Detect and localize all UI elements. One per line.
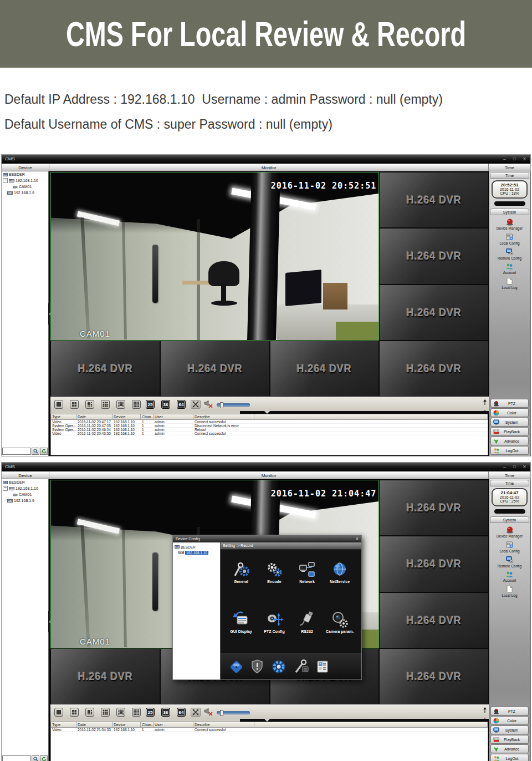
encode-settings-button[interactable]: Encode (258, 561, 290, 584)
layout-25-button[interactable]: 25 (146, 400, 155, 409)
layout-25-button[interactable]: 25 (146, 708, 155, 717)
remote-config-button[interactable]: Remote Config (489, 248, 530, 260)
layout-4-button[interactable] (70, 708, 79, 717)
layout-36-button[interactable]: 36 (161, 400, 170, 409)
layout-1-button[interactable] (54, 400, 63, 409)
network-settings-button[interactable]: Network (291, 561, 323, 584)
dialog-close-button[interactable]: X (356, 535, 359, 542)
local-log-button[interactable]: Local Log (489, 277, 530, 290)
collapse-minus-icon[interactable] (3, 486, 8, 491)
layout-6-button[interactable] (85, 708, 94, 717)
logout-button[interactable]: LogOut (490, 754, 529, 761)
advance-button[interactable]: Advance (490, 437, 529, 445)
volume-slider-thumb[interactable] (220, 710, 223, 716)
local-config-button[interactable]: Local Config (489, 233, 530, 245)
system-info-icon[interactable] (315, 659, 330, 674)
tree-item-root[interactable]: BESDER (2, 171, 48, 177)
logout-button[interactable]: LogOut (490, 446, 529, 455)
tree-item-device2[interactable]: 192.168.1.9 (2, 498, 48, 504)
close-button[interactable]: X (521, 155, 528, 164)
playback-button[interactable]: PlayBack (490, 735, 529, 744)
mute-button[interactable] (203, 707, 213, 718)
scroll-up-icon[interactable] (482, 707, 488, 713)
playback-button[interactable]: PlayBack (490, 427, 529, 436)
layout-16-button[interactable] (132, 400, 141, 409)
log-row[interactable]: System Oper...2016-11-02 20:46:04192.168… (51, 428, 488, 432)
system-button[interactable]: System (490, 726, 529, 734)
scroll-up-icon[interactable] (482, 399, 488, 405)
search-button[interactable] (32, 755, 39, 761)
device-search-input[interactable] (2, 448, 31, 455)
volume-slider[interactable] (217, 711, 250, 714)
search-button[interactable] (32, 448, 39, 455)
log-row[interactable]: Video2016-11-02 20:47:17192.168.1.101adm… (51, 420, 488, 424)
collapse-minus-icon[interactable] (3, 178, 8, 183)
layout-64-button[interactable]: 64 (177, 400, 186, 409)
video-tile[interactable]: H.264 DVR (379, 341, 489, 397)
device-manager-button[interactable]: Device Manager (489, 218, 530, 230)
ptz-config-settings-button[interactable]: PTZ Config (258, 611, 290, 633)
settings-gear-active-icon[interactable] (269, 658, 288, 675)
maximize-button[interactable]: □ (511, 155, 518, 164)
layout-13-button[interactable] (116, 400, 125, 409)
mute-button[interactable] (203, 399, 213, 410)
netservice-settings-button[interactable]: NetService (324, 561, 356, 584)
video-tile[interactable]: H.264 DVR (270, 341, 380, 397)
fullscreen-button[interactable] (191, 400, 201, 409)
ptz-button[interactable]: PTZ (490, 707, 529, 716)
color-button[interactable]: Color (490, 716, 529, 725)
maximize-button[interactable]: □ (511, 463, 518, 471)
video-tile[interactable]: H.264 DVR (379, 285, 489, 341)
log-row[interactable]: Video2016-11-02 20:43:50192.168.1.101adm… (51, 432, 488, 435)
security-shield-icon[interactable] (250, 659, 264, 674)
tree-item-device2[interactable]: 192.168.1.9 (2, 190, 48, 196)
video-tile[interactable]: H.264 DVR (50, 341, 160, 397)
system-button[interactable]: System (490, 418, 529, 427)
rs232-settings-button[interactable]: RS232 (291, 611, 323, 633)
video-tile[interactable]: H.264 DVR (379, 172, 489, 228)
tree-item-root[interactable]: BESDER (2, 479, 48, 485)
video-tile[interactable]: H.264 DVR (379, 648, 489, 704)
video-tile[interactable]: H.264 DVR (379, 592, 489, 648)
video-tile[interactable]: H.264 DVR (50, 648, 160, 704)
remote-config-button[interactable]: Remote Config (489, 556, 530, 568)
video-tile[interactable]: H.264 DVR (379, 228, 489, 284)
device-search-input[interactable] (2, 755, 31, 761)
dialog-tree-root[interactable]: BESDER (173, 544, 220, 550)
refresh-button[interactable] (40, 448, 48, 455)
advanced-tools-icon[interactable] (293, 659, 310, 674)
layout-4-button[interactable] (70, 400, 79, 409)
local-log-button[interactable]: Local Log (489, 585, 530, 597)
volume-slider[interactable] (217, 403, 250, 407)
minimize-button[interactable]: – (502, 463, 508, 471)
volume-slider-thumb[interactable] (220, 402, 223, 408)
log-row[interactable]: Video2016-11-02 21:04:33192.168.1.101adm… (51, 728, 488, 732)
layout-6-button[interactable] (85, 400, 94, 409)
video-tile[interactable]: H.264 DVR (379, 536, 489, 592)
layout-16-button[interactable] (132, 708, 141, 717)
general-settings-button[interactable]: General (225, 561, 257, 584)
local-config-button[interactable]: Local Config (489, 541, 530, 553)
refresh-button[interactable] (40, 755, 48, 761)
camera-param-settings-button[interactable]: Camera param. (324, 611, 356, 633)
storage-category-icon[interactable] (228, 659, 245, 674)
gui-display-settings-button[interactable]: GUI Display (225, 611, 257, 633)
video-tile[interactable]: H.264 DVR (160, 341, 270, 397)
device-manager-button[interactable]: Device Manager (489, 526, 530, 538)
tree-item-device1[interactable]: 192.168.1.10 (2, 485, 48, 491)
tree-item-device1[interactable]: 192.168.1.10 (2, 177, 48, 184)
layout-13-button[interactable] (116, 708, 125, 717)
fullscreen-button[interactable] (191, 708, 201, 717)
layout-36-button[interactable]: 36 (161, 708, 170, 717)
ptz-button[interactable]: PTZ (490, 399, 529, 408)
layout-64-button[interactable]: 64 (177, 708, 186, 717)
log-row[interactable]: System Oper...2016-11-02 20:47:05192.168… (51, 424, 488, 428)
color-button[interactable]: Color (490, 408, 529, 417)
dialog-tree-device-selected[interactable]: 192.168.1.10 (173, 550, 220, 555)
close-button[interactable]: X (521, 463, 528, 471)
account-button[interactable]: Account (489, 263, 530, 275)
layout-1-button[interactable] (54, 708, 63, 717)
tree-item-camera[interactable]: CAM01 (2, 184, 48, 190)
tree-item-camera[interactable]: CAM01 (2, 491, 48, 498)
account-button[interactable]: Account (489, 571, 530, 582)
